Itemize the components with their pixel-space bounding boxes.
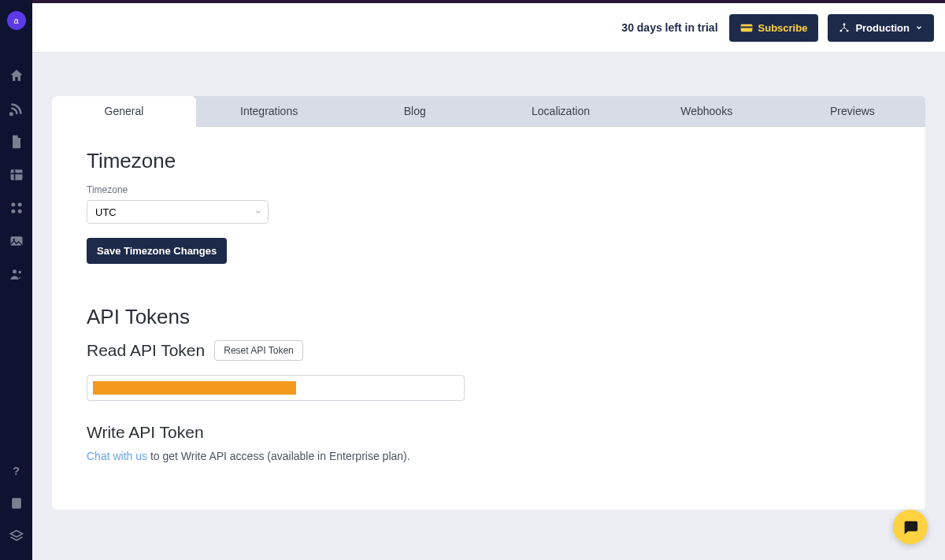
svg-point-4 [17, 210, 21, 213]
tab-localization[interactable]: Localization [487, 96, 633, 127]
modules-icon[interactable] [9, 200, 24, 216]
grid-icon[interactable] [9, 167, 24, 183]
api-tokens-title: API Tokens [87, 305, 891, 329]
topbar: 30 days left in trial Subscribe Producti… [32, 3, 945, 53]
chevron-down-icon [915, 24, 923, 32]
feed-icon[interactable] [9, 101, 24, 117]
tab-webhooks-label: Webhooks [680, 105, 732, 117]
panel-general: Timezone Timezone UTC Save Timezone Chan… [52, 127, 925, 510]
tab-localization-label: Localization [532, 105, 590, 117]
chat-icon [902, 518, 919, 536]
tab-general[interactable]: General [52, 96, 196, 127]
avatar-letter: a [13, 16, 18, 25]
tab-integrations[interactable]: Integrations [196, 96, 342, 127]
read-token-header: Read API Token Reset API Token [87, 340, 891, 361]
image-icon[interactable] [9, 233, 24, 249]
tab-webhooks[interactable]: Webhooks [634, 96, 780, 127]
save-timezone-button[interactable]: Save Timezone Changes [87, 238, 227, 264]
settings-card: General Integrations Blog Localization W… [52, 96, 925, 510]
tab-blog-label: Blog [404, 105, 426, 117]
subscribe-label: Subscribe [758, 22, 808, 34]
save-timezone-label: Save Timezone Changes [97, 245, 217, 257]
svg-text:?: ? [13, 464, 20, 477]
layers-icon[interactable] [9, 528, 24, 544]
content: General Integrations Blog Localization W… [32, 53, 945, 541]
svg-point-3 [11, 210, 15, 213]
token-masked-value [93, 381, 296, 395]
sidebar: a ? [0, 0, 32, 560]
timezone-select-wrap: UTC [87, 200, 269, 224]
timezone-field-label: Timezone [87, 184, 891, 195]
svg-rect-0 [10, 169, 22, 180]
reset-api-token-label: Reset API Token [224, 345, 294, 356]
trial-days-text: 30 days left in trial [621, 21, 717, 34]
write-api-token-title: Write API Token [87, 423, 891, 442]
tab-blog[interactable]: Blog [342, 96, 487, 127]
avatar[interactable]: a [7, 11, 26, 30]
svg-rect-12 [740, 26, 752, 28]
credit-card-icon [740, 24, 753, 32]
svg-point-1 [11, 202, 15, 206]
environment-dropdown[interactable]: Production [828, 14, 934, 42]
document-icon[interactable] [9, 134, 24, 150]
write-api-rest: to get Write API access (available in En… [147, 450, 410, 462]
book-icon[interactable] [9, 495, 24, 511]
tab-integrations-label: Integrations [240, 105, 298, 117]
svg-point-7 [13, 269, 17, 273]
reset-api-token-button[interactable]: Reset API Token [214, 340, 303, 361]
tabs: General Integrations Blog Localization W… [52, 96, 925, 127]
svg-rect-10 [12, 498, 21, 508]
read-api-token-field[interactable] [87, 375, 465, 401]
sidebar-nav [9, 68, 24, 282]
sidebar-bottom: ? [9, 462, 24, 560]
network-icon [839, 22, 850, 33]
chat-with-us-link[interactable]: Chat with us [87, 450, 147, 462]
svg-point-13 [843, 23, 846, 25]
timezone-select[interactable]: UTC [87, 200, 269, 224]
environment-label: Production [855, 22, 910, 34]
tab-previews[interactable]: Previews [780, 96, 925, 127]
tab-previews-label: Previews [830, 105, 875, 117]
svg-point-2 [17, 202, 21, 206]
svg-point-8 [18, 271, 21, 274]
users-icon[interactable] [9, 266, 24, 282]
chat-launcher[interactable] [893, 510, 928, 544]
read-api-token-title: Read API Token [87, 341, 205, 360]
write-api-description: Chat with us to get Write API access (av… [87, 450, 891, 462]
main: 30 days left in trial Subscribe Producti… [32, 0, 945, 560]
help-icon[interactable]: ? [9, 462, 24, 478]
home-icon[interactable] [9, 68, 24, 83]
tab-general-label: General [105, 105, 144, 117]
subscribe-button[interactable]: Subscribe [729, 14, 819, 42]
timezone-title: Timezone [87, 149, 891, 173]
